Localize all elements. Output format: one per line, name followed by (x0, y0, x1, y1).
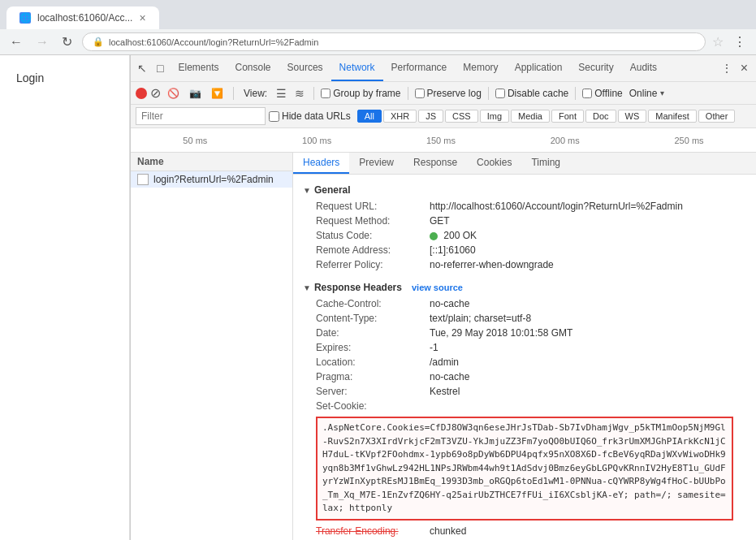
filter-row: Hide data URLs All XHR JS CSS Img Media … (131, 105, 756, 128)
filter-pill-js[interactable]: JS (418, 110, 443, 123)
timeline-marker-200: 200 ms (551, 136, 580, 145)
timeline-marker-100: 100 ms (302, 136, 331, 145)
tab-close-button[interactable]: × (139, 11, 145, 24)
content-type-key: Content-Type: (316, 313, 430, 324)
tab-application[interactable]: Application (507, 55, 571, 81)
devtools-more-button[interactable]: ⋮ (718, 60, 736, 76)
record-button[interactable] (136, 88, 147, 99)
device-icon-button[interactable]: □ (153, 60, 166, 76)
disable-cache-label[interactable]: Disable cache (495, 88, 568, 99)
inspect-icon-button[interactable]: ↖ (134, 60, 150, 76)
hide-data-urls-label[interactable]: Hide data URLs (269, 110, 351, 122)
tab-audits[interactable]: Audits (622, 55, 665, 81)
response-headers-section-header[interactable]: ▼ Response Headers view source (303, 279, 746, 296)
devtools-close-button[interactable]: × (736, 59, 753, 77)
referrer-policy-key: Referrer Policy: (316, 259, 430, 270)
remote-address-row: Remote Address: [::1]:61060 (303, 243, 746, 257)
filter-pill-xhr[interactable]: XHR (383, 110, 417, 123)
tab-title: localhost:61060/Acc... (37, 12, 132, 24)
transfer-encoding-row: Transfer-Encoding: chunked (303, 524, 746, 538)
location-key: Location: (316, 356, 430, 368)
cache-control-key: Cache-Control: (316, 298, 430, 309)
filter-pill-font[interactable]: Font (551, 110, 584, 123)
general-section-header[interactable]: ▼ General (303, 181, 746, 199)
group-by-frame-label[interactable]: Group by frame (321, 88, 400, 99)
name-list: login?ReturnUrl=%2Fadmin (131, 171, 292, 540)
filter-pill-manifest[interactable]: Manifest (648, 110, 697, 123)
detail-panel: Headers Preview Response Cookies Timing … (293, 153, 756, 540)
separator-5 (575, 87, 576, 100)
tab-performance[interactable]: Performance (383, 55, 456, 81)
devtools-panel: ↖ □ Elements Console Sources Network Per… (130, 55, 756, 540)
sub-tab-preview[interactable]: Preview (349, 153, 404, 174)
offline-checkbox[interactable] (582, 89, 592, 98)
set-cookie-key: Set-Cookie: (316, 400, 430, 412)
devtools-tab-bar: ↖ □ Elements Console Sources Network Per… (131, 55, 756, 82)
filter-pill-img[interactable]: Img (480, 110, 509, 123)
back-button[interactable]: ← (6, 33, 26, 51)
group-by-frame-checkbox[interactable] (321, 89, 330, 98)
active-tab[interactable]: 🌐 localhost:61060/Acc... × (6, 6, 159, 29)
name-item[interactable]: login?ReturnUrl=%2Fadmin (131, 171, 292, 188)
preserve-log-label[interactable]: Preserve log (415, 88, 482, 99)
view-list-button[interactable]: ☰ (274, 86, 289, 101)
filter-pill-other[interactable]: Other (698, 110, 736, 123)
transfer-encoding-key: Transfer-Encoding: (316, 525, 430, 537)
server-key: Server: (316, 386, 430, 397)
response-headers-triangle-icon: ▼ (303, 283, 311, 292)
location-row: Location: /admin (303, 355, 746, 369)
tab-memory[interactable]: Memory (455, 55, 506, 81)
preserve-log-checkbox[interactable] (415, 89, 425, 98)
location-val: /admin (430, 356, 459, 368)
pragma-key: Pragma: (316, 371, 430, 382)
chrome-menu-icon[interactable]: ⋮ (730, 32, 750, 51)
separator-3 (408, 87, 408, 100)
clear-button[interactable]: 🚫 (164, 86, 183, 101)
transfer-encoding-val: chunked (430, 525, 466, 537)
filter-pill-all[interactable]: All (357, 110, 382, 123)
tab-elements[interactable]: Elements (170, 55, 227, 81)
camera-button[interactable]: 📷 (186, 86, 205, 101)
browser-chrome: 🌐 localhost:61060/Acc... × ← → ↻ 🔒 local… (0, 0, 756, 55)
main-split: Name login?ReturnUrl=%2Fadmin Headers Pr… (131, 153, 756, 540)
devtools-icon-group: ↖ □ (134, 60, 166, 76)
address-bar[interactable]: 🔒 localhost:61060/Account/login?ReturnUr… (82, 32, 706, 51)
refresh-button[interactable]: ↻ (58, 32, 76, 51)
sub-tab-timing[interactable]: Timing (521, 153, 570, 174)
filter-toggle-button[interactable]: 🔽 (208, 86, 227, 101)
sub-tab-cookies[interactable]: Cookies (467, 153, 521, 174)
server-row: Server: Kestrel (303, 384, 746, 399)
tab-network[interactable]: Network (331, 55, 383, 81)
tab-console[interactable]: Console (227, 55, 279, 81)
filter-pill-css[interactable]: CSS (445, 110, 478, 123)
filter-pill-doc[interactable]: Doc (585, 110, 616, 123)
view-waterfall-button[interactable]: ≋ (292, 86, 307, 101)
disable-cache-checkbox[interactable] (495, 89, 505, 98)
tab-security[interactable]: Security (570, 55, 621, 81)
hide-data-urls-checkbox[interactable] (269, 111, 279, 122)
page-label: Login (16, 71, 44, 84)
forward-button[interactable]: → (32, 33, 52, 51)
set-cookie-value-box: .AspNetCore.Cookies=CfDJ8OW3qn6eseJHrJsT… (316, 417, 733, 521)
cache-control-val: no-cache (430, 298, 469, 309)
offline-label[interactable]: Offline (582, 88, 622, 99)
online-dropdown-icon[interactable]: ▾ (660, 89, 664, 97)
sub-tabs: Headers Preview Response Cookies Timing (293, 153, 756, 175)
response-headers-section-label: Response Headers (314, 282, 402, 293)
lock-icon: 🔒 (93, 37, 104, 47)
bookmark-icon[interactable]: ☆ (712, 34, 724, 50)
timeline-markers: 50 ms 100 ms 150 ms 200 ms 250 ms (136, 136, 751, 145)
sub-tab-headers[interactable]: Headers (293, 153, 349, 174)
pragma-row: Pragma: no-cache (303, 369, 746, 384)
stop-button[interactable]: ⊘ (150, 85, 161, 101)
filter-pill-ws[interactable]: WS (618, 110, 647, 123)
separator-2 (313, 87, 314, 100)
request-name: login?ReturnUrl=%2Fadmin (153, 174, 274, 185)
tab-sources[interactable]: Sources (279, 55, 331, 81)
view-source-link[interactable]: view source (412, 283, 463, 292)
sub-tab-response[interactable]: Response (404, 153, 467, 174)
filter-pill-media[interactable]: Media (511, 110, 550, 123)
status-code-row: Status Code: 200 OK (303, 228, 746, 243)
pragma-val: no-cache (430, 371, 469, 382)
filter-input[interactable] (136, 107, 266, 125)
